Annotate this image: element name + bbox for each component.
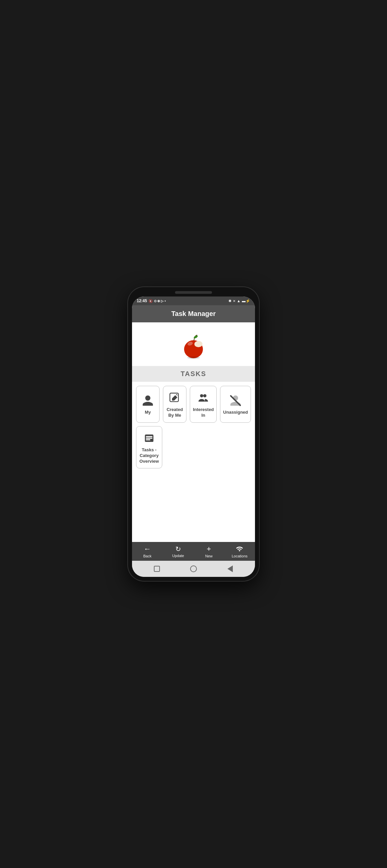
- grid-section: My Created By Me: [132, 382, 255, 472]
- content-spacer: [132, 472, 255, 542]
- tasks-category-overview-label: Tasks - Category Overview: [139, 447, 159, 464]
- edit-icon: [168, 392, 181, 404]
- phone-notch: [175, 291, 212, 294]
- x-icon: ✕: [233, 299, 236, 303]
- app-title: Task Manager: [171, 310, 216, 317]
- status-right-icons: ✱ ✕ ▲ ▬⚡: [229, 299, 250, 303]
- tasks-header: TASKS: [132, 366, 255, 382]
- phone-screen: 12:45 🔇 ⊙ ⊗ ▷ • ✱ ✕ ▲ ▬⚡ Task Manager: [132, 297, 255, 577]
- battery-icon: ▬⚡: [242, 299, 250, 303]
- grid-row-1: My Created By Me: [136, 386, 251, 423]
- svg-rect-11: [146, 437, 152, 438]
- status-icons-extra: ⊙ ⊗ ▷ •: [154, 299, 166, 303]
- android-square-btn[interactable]: [152, 564, 161, 574]
- grid-row-2: Tasks - Category Overview: [136, 426, 251, 469]
- unassigned-card[interactable]: Unassigned: [220, 386, 251, 423]
- group-icon: [197, 392, 210, 404]
- update-label: Update: [172, 554, 184, 558]
- locations-label: Locations: [232, 554, 247, 558]
- app-header: Task Manager: [132, 305, 255, 322]
- back-nav-item[interactable]: ← Back: [132, 545, 163, 558]
- list-icon: [143, 432, 155, 444]
- bluetooth-icon: ✱: [229, 299, 232, 303]
- status-bar: 12:45 🔇 ⊙ ⊗ ▷ • ✱ ✕ ▲ ▬⚡: [132, 297, 255, 305]
- created-by-me-card[interactable]: Created By Me: [163, 386, 186, 423]
- svg-point-6: [200, 394, 204, 398]
- interested-in-label: Interested In: [193, 407, 214, 418]
- person-icon: [142, 394, 154, 407]
- interested-in-card[interactable]: Interested In: [190, 386, 217, 423]
- android-nav: [132, 561, 255, 577]
- my-card[interactable]: My: [136, 386, 159, 423]
- mute-icon: 🔇: [148, 299, 152, 303]
- created-by-me-label: Created By Me: [166, 407, 183, 418]
- bottom-nav: ← Back ↻ Update + New Locations: [132, 542, 255, 561]
- android-back-btn[interactable]: [226, 564, 235, 574]
- update-nav-item[interactable]: ↻ Update: [163, 546, 194, 558]
- android-home-btn[interactable]: [189, 564, 198, 574]
- person-off-icon: [229, 394, 242, 407]
- back-icon: ←: [144, 545, 151, 553]
- content-area: TASKS My: [132, 322, 255, 542]
- apple-logo-icon: [180, 333, 207, 359]
- svg-point-7: [203, 394, 207, 398]
- wifi-icon: ▲: [237, 299, 241, 303]
- svg-rect-10: [146, 436, 152, 437]
- status-time: 12:45 🔇 ⊙ ⊗ ▷ •: [137, 299, 166, 303]
- locations-nav-item[interactable]: Locations: [225, 545, 255, 558]
- svg-point-1: [195, 341, 203, 347]
- unassigned-label: Unassigned: [223, 410, 248, 415]
- phone-frame: 12:45 🔇 ⊙ ⊗ ▷ • ✱ ✕ ▲ ▬⚡ Task Manager: [128, 287, 259, 581]
- svg-point-4: [187, 356, 200, 359]
- logo-section: [132, 322, 255, 366]
- new-nav-item[interactable]: + New: [194, 545, 225, 558]
- tasks-category-overview-card[interactable]: Tasks - Category Overview: [136, 426, 162, 469]
- locations-wifi-icon: [236, 545, 243, 553]
- back-label: Back: [144, 554, 151, 558]
- new-label: New: [205, 554, 213, 558]
- new-icon: +: [207, 545, 211, 553]
- update-icon: ↻: [175, 546, 181, 552]
- svg-rect-12: [146, 439, 150, 440]
- my-label: My: [145, 410, 151, 415]
